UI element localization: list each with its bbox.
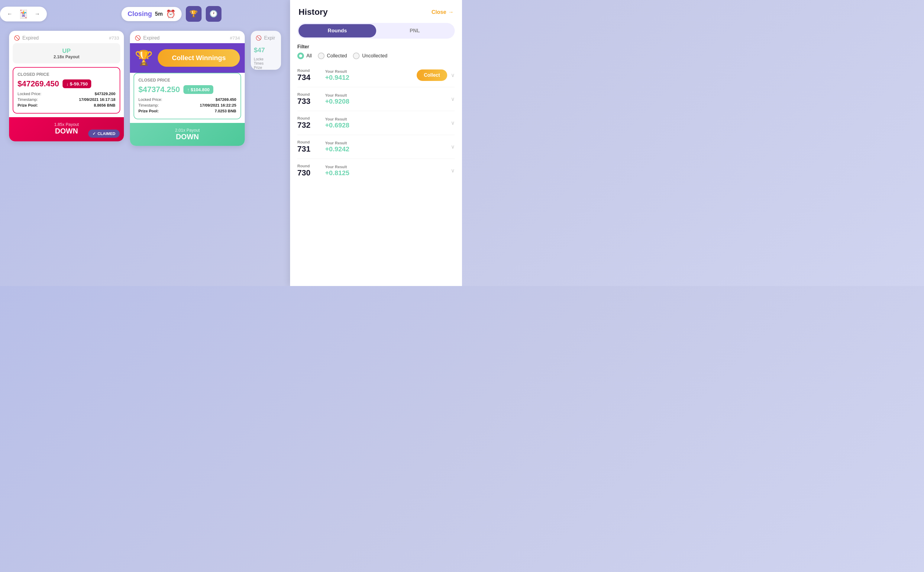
- card-733-price-details: Locked Price: $47329.200 Timestamp: 17/0…: [17, 92, 115, 107]
- history-result-732-value: +0.6928: [325, 121, 447, 129]
- card-733-expired-icon: 🚫: [14, 35, 20, 41]
- history-icon-button[interactable]: 🕐: [206, 6, 221, 22]
- history-result-731-value: +0.9242: [325, 145, 447, 153]
- card-733-up-section: UP 2.18x Payout: [13, 43, 120, 64]
- filter-collected[interactable]: Collected: [318, 53, 347, 59]
- card-733-up-payout: 2.18x Payout: [17, 54, 116, 59]
- card-734-round-num: #734: [230, 35, 240, 40]
- card-734-down-payout: 2.01x Payout: [175, 128, 200, 132]
- card-733-locked-row: Locked Price: $47329.200: [17, 92, 115, 96]
- collect-734-button[interactable]: Collect: [417, 70, 447, 81]
- history-result-732-label: Your Result: [325, 117, 447, 121]
- card-733-header: 🚫 Expired #733: [9, 31, 124, 43]
- filter-all[interactable]: All: [297, 53, 312, 59]
- history-round-734-label: Round: [297, 68, 322, 73]
- tab-switcher: Rounds PNL: [297, 23, 455, 39]
- card-partial-header: 🚫 Expir: [251, 31, 281, 43]
- card-734: 🚫 Expired #734 🏆 Collect Winnings CLOSED…: [130, 31, 245, 146]
- history-round-730-label: Round: [297, 164, 322, 168]
- history-result-733-label: Your Result: [325, 93, 447, 98]
- history-result-730-label: Your Result: [325, 165, 447, 169]
- card-734-timestamp-row: Timestamp: 17/09/2021 16:22:25: [138, 103, 236, 107]
- close-button[interactable]: Close →: [431, 9, 454, 16]
- chevron-733-icon[interactable]: ∨: [451, 96, 455, 103]
- card-733-closed-price-label: CLOSED PRICE: [17, 72, 115, 77]
- history-round-733-label: Round: [297, 92, 322, 96]
- card-734-closed-price-label: CLOSED PRICE: [138, 78, 236, 82]
- history-round-733: Round 733: [297, 92, 322, 106]
- history-panel: History Close → Rounds PNL Filter All Co…: [290, 0, 462, 286]
- chevron-731-icon[interactable]: ∨: [451, 143, 455, 150]
- card-734-collect-section: 🏆 Collect Winnings: [130, 43, 245, 73]
- history-result-730-value: +0.8125: [325, 169, 447, 177]
- card-733-price-row: $47269.450 ↓ $-59.750: [17, 79, 115, 89]
- card-734-status: Expired: [143, 35, 160, 41]
- history-result-734-label: Your Result: [325, 69, 413, 74]
- card-733: 🚫 Expired #733 UP 2.18x Payout CLOSED PR…: [9, 31, 124, 141]
- filter-options: All Collected Uncollected: [297, 53, 455, 59]
- card-emoji: 🃏: [18, 9, 29, 19]
- timer-icon: ⏰: [166, 9, 176, 19]
- tab-rounds-button[interactable]: Rounds: [299, 24, 376, 37]
- history-round-730-number: 730: [297, 168, 322, 177]
- card-733-up-label: UP: [17, 47, 116, 54]
- closing-label: Closing: [128, 10, 152, 18]
- filter-uncollected[interactable]: Uncollected: [353, 53, 387, 59]
- card-734-price-section: CLOSED PRICE $47374.250 ↑ $104.800 Locke…: [134, 73, 241, 119]
- history-item-730: Round 730 Your Result +0.8125 ∨: [297, 159, 455, 182]
- history-round-733-number: 733: [297, 96, 322, 106]
- card-734-price-details: Locked Price: $47269.450 Timestamp: 17/0…: [138, 97, 236, 113]
- history-list: Round 734 Your Result +0.9412 Collect ∨ …: [290, 64, 462, 286]
- chevron-732-icon[interactable]: ∨: [451, 120, 455, 126]
- card-734-prize-row: Prize Pool: 7.0253 BNB: [138, 109, 236, 113]
- card-733-main-price: $47269.450: [17, 79, 59, 89]
- card-733-round-num: #733: [109, 35, 119, 40]
- card-733-down-section: 1.85x Payout DOWN ✓ CLAIMED: [9, 117, 124, 141]
- history-round-732-number: 732: [297, 121, 322, 130]
- history-round-732-label: Round: [297, 116, 322, 121]
- history-round-734: Round 734: [297, 68, 322, 82]
- history-result-731-label: Your Result: [325, 141, 447, 145]
- history-round-730: Round 730: [297, 164, 322, 177]
- closing-time: 5m: [155, 11, 163, 17]
- card-partial-expired-icon: 🚫: [256, 35, 262, 41]
- history-result-732: Your Result +0.6928: [325, 117, 447, 129]
- trophy-icon-button[interactable]: 🏆: [186, 6, 202, 22]
- history-result-733-value: +0.9208: [325, 98, 447, 106]
- filter-all-label: All: [306, 53, 312, 59]
- prev-arrow-button[interactable]: ←: [5, 9, 14, 19]
- card-733-price-section: CLOSED PRICE $47269.450 ↓ $-59.750 Locke…: [13, 67, 120, 113]
- card-734-down-label: DOWN: [175, 132, 200, 141]
- filter-collected-label: Collected: [327, 53, 347, 59]
- card-nav: ← 🃏 →: [0, 7, 47, 22]
- history-item-732: Round 732 Your Result +0.6928 ∨: [297, 111, 455, 135]
- main-area: ← 🃏 → Closing 5m ⏰ 🏆 🕐 🚫 Expired #733 UP: [0, 0, 290, 286]
- cards-container: 🚫 Expired #733 UP 2.18x Payout CLOSED PR…: [3, 31, 287, 146]
- chevron-734-icon[interactable]: ∨: [451, 72, 455, 79]
- history-item-733: Round 733 Your Result +0.9208 ∨: [297, 87, 455, 111]
- filter-all-radio: [297, 53, 304, 59]
- card-734-header: 🚫 Expired #734: [130, 31, 245, 43]
- history-result-730: Your Result +0.8125: [325, 165, 447, 177]
- filter-uncollected-radio: [353, 53, 359, 59]
- chevron-730-icon[interactable]: ∨: [451, 167, 455, 174]
- history-result-734-value: +0.9412: [325, 74, 413, 82]
- card-734-collect-winnings-button[interactable]: Collect Winnings: [158, 49, 240, 67]
- history-title: History: [299, 7, 328, 17]
- top-controls: ← 🃏 → Closing 5m ⏰ 🏆 🕐: [0, 6, 290, 22]
- history-item-734: Round 734 Your Result +0.9412 Collect ∨: [297, 64, 455, 87]
- card-733-status: Expired: [22, 35, 39, 41]
- tab-pnl-button[interactable]: PNL: [376, 24, 454, 37]
- card-733-prize-row: Prize Pool: 8.8656 BNB: [17, 103, 115, 107]
- card-734-main-price: $47374.250: [138, 85, 180, 94]
- card-733-claimed-badge: ✓ CLAIMED: [88, 129, 120, 138]
- next-arrow-button[interactable]: →: [32, 9, 42, 19]
- history-round-734-number: 734: [297, 73, 322, 82]
- card-734-locked-row: Locked Price: $47269.450: [138, 97, 236, 102]
- card-734-expired-icon: 🚫: [135, 35, 141, 41]
- card-734-down-section: 2.01x Payout DOWN: [130, 123, 245, 146]
- close-arrow-icon: →: [448, 9, 454, 16]
- history-round-731: Round 731: [297, 140, 322, 154]
- history-header: History Close →: [290, 0, 462, 23]
- card-partial-status: Expir: [264, 35, 275, 41]
